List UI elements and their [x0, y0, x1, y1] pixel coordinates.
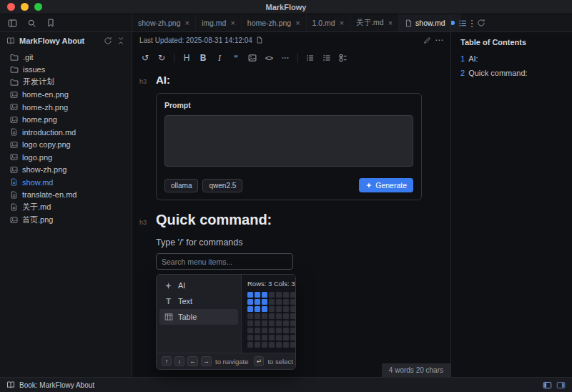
grid-cell-6x5[interactable]: [276, 328, 282, 333]
refresh-tree-icon[interactable]: [104, 36, 112, 45]
redo-icon[interactable]: ↻: [154, 51, 169, 65]
grid-cell-1x7[interactable]: [290, 292, 296, 298]
menu-search-input[interactable]: [156, 253, 293, 270]
file-tree-item-home-zh.png[interactable]: home-zh.png: [0, 101, 132, 114]
generate-button[interactable]: Generate: [359, 178, 413, 192]
model-chip-ollama[interactable]: ollama: [164, 179, 198, 192]
grid-cell-1x1[interactable]: [247, 292, 253, 298]
grid-cell-4x2[interactable]: [255, 313, 260, 319]
grid-cell-6x4[interactable]: [269, 328, 275, 333]
grid-cell-2x6[interactable]: [283, 299, 289, 305]
grid-cell-8x6[interactable]: [283, 342, 289, 348]
grid-cell-7x1[interactable]: [247, 335, 253, 340]
task-list-icon[interactable]: [336, 51, 350, 65]
file-tree-item-logo copy.png[interactable]: logo copy.png: [0, 139, 132, 152]
bold-icon[interactable]: B: [196, 51, 210, 65]
tab-img.md[interactable]: img.md×: [196, 14, 242, 31]
file-tree-item-关于.md[interactable]: 关于.md: [0, 201, 132, 214]
file-tree-item-home.png[interactable]: home.png: [0, 114, 132, 127]
grid-cell-3x1[interactable]: [247, 306, 253, 312]
horizontal-rule-icon[interactable]: [278, 51, 292, 65]
file-tree-item-开发计划[interactable]: 开发计划: [0, 76, 132, 89]
grid-cell-1x2[interactable]: [255, 292, 260, 298]
grid-cell-3x4[interactable]: [269, 306, 275, 312]
grid-cell-7x3[interactable]: [262, 335, 267, 340]
grid-cell-2x3[interactable]: [262, 299, 267, 305]
grid-cell-4x3[interactable]: [262, 313, 267, 319]
grid-cell-5x5[interactable]: [276, 320, 282, 326]
file-tree-item-.git[interactable]: .git: [0, 51, 132, 64]
tab-close-icon[interactable]: ×: [340, 19, 344, 27]
grid-cell-4x4[interactable]: [269, 313, 275, 319]
insert-image-icon[interactable]: [245, 51, 260, 65]
heading-icon[interactable]: H: [179, 51, 194, 65]
menu-item-Table[interactable]: Table: [159, 309, 238, 325]
file-tree-item-首页.png[interactable]: 首页.png: [0, 214, 132, 227]
grid-cell-6x7[interactable]: [290, 328, 296, 333]
grid-cell-7x7[interactable]: [290, 335, 296, 340]
grid-cell-8x7[interactable]: [290, 342, 296, 348]
grid-cell-5x2[interactable]: [255, 320, 260, 326]
grid-cell-1x6[interactable]: [283, 292, 289, 298]
grid-cell-3x5[interactable]: [276, 306, 282, 312]
search-icon[interactable]: [27, 19, 36, 28]
grid-cell-8x2[interactable]: [255, 342, 260, 348]
file-tree-item-home-en.png[interactable]: home-en.png: [0, 89, 132, 102]
file-tree-item-introduction.md[interactable]: introduction.md: [0, 126, 132, 139]
tab-close-icon[interactable]: ×: [388, 19, 393, 27]
italic-icon[interactable]: I: [212, 51, 227, 65]
grid-cell-1x5[interactable]: [276, 292, 282, 298]
grid-cell-5x4[interactable]: [269, 320, 275, 326]
close-window-button[interactable]: [7, 3, 15, 11]
grid-cell-5x7[interactable]: [290, 320, 296, 326]
toggle-right-panel-icon[interactable]: [556, 381, 566, 390]
grid-cell-8x4[interactable]: [269, 342, 275, 348]
toc-item-2[interactable]: 2Quick command:: [460, 69, 566, 77]
grid-cell-5x6[interactable]: [283, 320, 289, 326]
grid-cell-8x1[interactable]: [247, 342, 253, 348]
collapse-all-icon[interactable]: [117, 36, 125, 45]
grid-cell-4x7[interactable]: [290, 313, 296, 319]
grid-cell-3x6[interactable]: [283, 306, 289, 312]
file-tree-item-translate-en.md[interactable]: translate-en.md: [0, 189, 132, 202]
tab-关于.md[interactable]: 关于.md×: [350, 14, 399, 31]
grid-cell-7x5[interactable]: [276, 335, 282, 340]
tab-home-zh.png[interactable]: home-zh.png×: [242, 14, 307, 31]
toc-item-1[interactable]: 1AI:: [460, 54, 566, 63]
menu-item-Text[interactable]: TText: [159, 293, 238, 309]
grid-cell-6x2[interactable]: [255, 328, 260, 333]
prompt-textarea[interactable]: [164, 115, 413, 167]
undo-icon[interactable]: ↺: [138, 51, 152, 65]
tab-1.0.md[interactable]: 1.0.md×: [307, 14, 351, 31]
grid-cell-6x1[interactable]: [247, 328, 253, 333]
bookmark-icon[interactable]: [46, 19, 55, 27]
edit-mode-icon[interactable]: [423, 36, 431, 44]
grid-cell-6x3[interactable]: [262, 328, 267, 333]
grid-cell-2x4[interactable]: [269, 299, 275, 305]
tab-close-icon[interactable]: ×: [295, 19, 300, 27]
grid-cell-7x6[interactable]: [283, 335, 289, 340]
file-tree-item-show.md[interactable]: show.md: [0, 176, 132, 189]
minimize-window-button[interactable]: [21, 3, 29, 11]
toc-refresh-icon[interactable]: [477, 19, 485, 27]
editor-more-icon[interactable]: ⋯: [435, 36, 443, 44]
grid-cell-2x2[interactable]: [255, 299, 260, 305]
grid-cell-2x1[interactable]: [247, 299, 253, 305]
grid-cell-7x4[interactable]: [269, 335, 275, 340]
quote-icon[interactable]: “: [229, 51, 243, 65]
grid-cell-4x6[interactable]: [283, 313, 289, 319]
grid-cell-8x5[interactable]: [276, 342, 282, 348]
toc-list-icon[interactable]: [458, 19, 468, 28]
tab-close-icon[interactable]: ×: [230, 19, 235, 27]
grid-cell-1x3[interactable]: [262, 292, 267, 298]
grid-cell-2x5[interactable]: [276, 299, 282, 305]
grid-cell-1x4[interactable]: [269, 292, 275, 298]
grid-cell-2x7[interactable]: [290, 299, 296, 305]
toggle-sidebar-icon[interactable]: [8, 19, 17, 28]
grid-cell-3x7[interactable]: [290, 306, 296, 312]
grid-cell-5x3[interactable]: [262, 320, 267, 326]
grid-cell-4x1[interactable]: [247, 313, 253, 319]
code-icon[interactable]: <>: [262, 51, 276, 65]
file-tree-item-logo.png[interactable]: logo.png: [0, 151, 132, 164]
tab-show-zh.png[interactable]: show-zh.png×: [132, 14, 196, 31]
